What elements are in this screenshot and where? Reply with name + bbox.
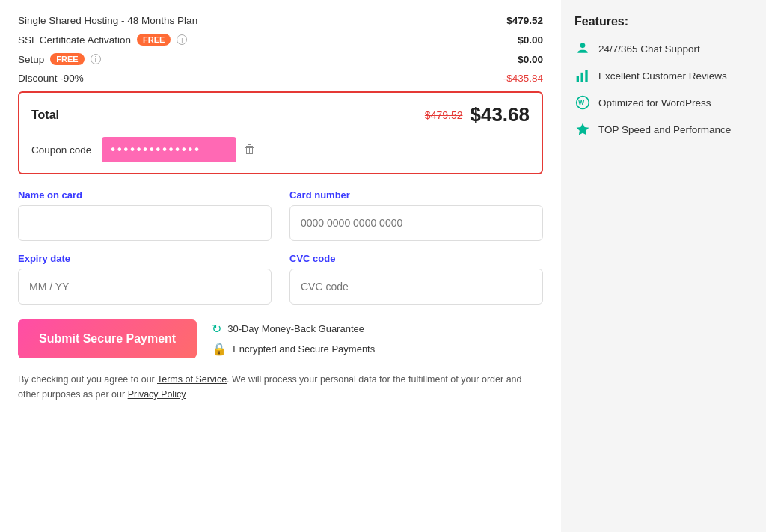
order-row-setup-price: $0.00 xyxy=(518,54,543,65)
trust-item-money-back-label: 30-Day Money-Back Guarantee xyxy=(227,323,364,334)
svg-rect-1 xyxy=(577,76,579,82)
expiry-date-label: Expiry date xyxy=(18,253,272,264)
name-on-card-input[interactable] xyxy=(18,205,272,241)
person-icon xyxy=(574,40,591,57)
coupon-input-wrapper[interactable]: •••••••••••••• xyxy=(102,137,236,162)
card-number-input[interactable] xyxy=(289,205,543,241)
coupon-delete-icon[interactable]: 🗑 xyxy=(244,143,256,156)
name-on-card-group: Name on card xyxy=(18,189,272,241)
chart-icon xyxy=(574,67,591,84)
payment-form: Name on card Card number Expiry date CVC… xyxy=(18,189,543,305)
setup-free-badge: FREE xyxy=(50,53,84,65)
order-summary: Single Shared Hosting - 48 Months Plan $… xyxy=(18,15,543,84)
total-prices: $479.52 $43.68 xyxy=(425,103,530,126)
submit-payment-button[interactable]: Submit Secure Payment xyxy=(18,319,197,358)
feature-customer-reviews-label: Excellent Customer Reviews xyxy=(598,70,727,82)
privacy-policy-link[interactable]: Privacy Policy xyxy=(128,389,186,400)
total-label: Total xyxy=(31,108,59,122)
coupon-row: Coupon code •••••••••••••• 🗑 xyxy=(31,137,530,162)
card-number-label: Card number xyxy=(289,189,543,201)
cvc-code-input[interactable] xyxy=(289,269,543,305)
feature-chat-support: 24/7/365 Chat Support xyxy=(574,40,753,57)
total-row: Total $479.52 $43.68 xyxy=(31,103,530,126)
cvc-code-group: CVC code xyxy=(289,253,543,305)
coupon-label: Coupon code xyxy=(31,144,91,156)
terms-before: By checking out you agree to our xyxy=(18,374,157,385)
ssl-info-icon[interactable]: i xyxy=(177,34,187,45)
trust-badges: ↻ 30-Day Money-Back Guarantee 🔒 Encrypte… xyxy=(212,322,375,356)
order-row-hosting-price: $479.52 xyxy=(506,15,543,26)
order-row-ssl-label: SSL Certificate Activation xyxy=(18,34,131,46)
total-box: Total $479.52 $43.68 Coupon code •••••••… xyxy=(18,91,543,174)
svg-point-0 xyxy=(580,43,586,49)
terms-of-service-link[interactable]: Terms of Service xyxy=(157,374,227,385)
expiry-date-group: Expiry date xyxy=(18,253,272,305)
expiry-date-input[interactable] xyxy=(18,269,272,305)
sidebar: Features: 24/7/365 Chat Support Excellen… xyxy=(561,0,766,532)
order-row-setup: Setup FREE i $0.00 xyxy=(18,53,543,65)
order-row-discount-label: Discount -90% xyxy=(18,73,84,84)
feature-customer-reviews: Excellent Customer Reviews xyxy=(574,67,753,84)
feature-chat-support-label: 24/7/365 Chat Support xyxy=(598,43,700,55)
features-title: Features: xyxy=(574,15,753,28)
ssl-free-badge: FREE xyxy=(137,34,171,46)
svg-rect-2 xyxy=(581,73,583,82)
feature-wordpress: W Optimized for WordPress xyxy=(574,94,753,111)
money-back-icon: ↻ xyxy=(212,322,221,336)
trust-item-encrypted-label: Encrypted and Secure Payments xyxy=(233,343,375,355)
trust-item-encrypted: 🔒 Encrypted and Secure Payments xyxy=(212,342,375,356)
total-price-strike: $479.52 xyxy=(425,109,463,121)
order-row-discount-price: -$435.84 xyxy=(503,73,543,84)
cvc-code-label: CVC code xyxy=(289,253,543,264)
name-on-card-label: Name on card xyxy=(18,189,272,201)
order-row-ssl-price: $0.00 xyxy=(518,34,543,46)
wordpress-icon: W xyxy=(574,94,591,111)
card-number-group: Card number xyxy=(289,189,543,241)
terms-text: By checking out you agree to our Terms o… xyxy=(18,372,527,402)
feature-wordpress-label: Optimized for WordPress xyxy=(598,97,711,108)
setup-info-icon[interactable]: i xyxy=(91,54,101,64)
total-price-main: $43.68 xyxy=(470,103,530,126)
lock-icon: 🔒 xyxy=(212,342,227,356)
submit-row: Submit Secure Payment ↻ 30-Day Money-Bac… xyxy=(18,319,543,358)
order-row-hosting-label: Single Shared Hosting - 48 Months Plan xyxy=(18,15,197,26)
feature-speed: TOP Speed and Performance xyxy=(574,121,753,138)
svg-text:W: W xyxy=(578,99,584,106)
svg-rect-3 xyxy=(585,70,587,82)
order-row-setup-label: Setup xyxy=(18,54,44,65)
coupon-value: •••••••••••••• xyxy=(111,143,200,156)
order-row-hosting: Single Shared Hosting - 48 Months Plan $… xyxy=(18,15,543,26)
star-icon xyxy=(574,121,591,138)
order-row-ssl: SSL Certificate Activation FREE i $0.00 xyxy=(18,34,543,46)
feature-speed-label: TOP Speed and Performance xyxy=(598,124,731,135)
order-row-discount: Discount -90% -$435.84 xyxy=(18,73,543,84)
trust-item-money-back: ↻ 30-Day Money-Back Guarantee xyxy=(212,322,375,336)
svg-marker-6 xyxy=(577,123,589,135)
